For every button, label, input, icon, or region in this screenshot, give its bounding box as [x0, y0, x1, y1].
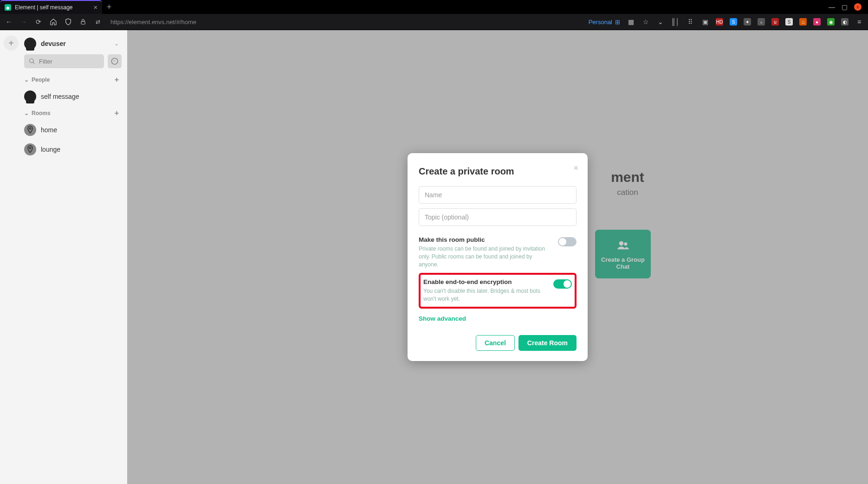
chevron-down-icon: ⌄: [24, 77, 29, 83]
ext-misc1-icon[interactable]: ✦: [744, 18, 751, 26]
pin-icon: [24, 124, 36, 136]
spaces-column: +: [0, 30, 22, 484]
filter-placeholder: Filter: [39, 58, 52, 65]
svg-marker-4: [113, 60, 115, 62]
pocket-icon[interactable]: ⌄: [656, 18, 665, 26]
ext-pink-icon[interactable]: ●: [813, 18, 821, 26]
svg-point-3: [111, 58, 117, 64]
add-room-button[interactable]: +: [115, 109, 122, 117]
browser-toolbar: ← → ⟳ ⇄ https://element.envs.net/#/home …: [0, 14, 868, 30]
svg-line-2: [33, 62, 35, 64]
pin-icon: [24, 143, 36, 155]
modal-overlay[interactable]: × Create a private room Make this room p…: [127, 30, 868, 484]
tab-title: Element | self message: [15, 4, 73, 11]
svg-point-6: [29, 147, 31, 148]
ext-s2-icon[interactable]: S: [785, 18, 793, 26]
cancel-button[interactable]: Cancel: [476, 335, 515, 351]
library-icon[interactable]: ║│: [671, 18, 680, 26]
ext-grey-icon[interactable]: ◐: [841, 18, 849, 26]
room-topic-input[interactable]: [419, 208, 577, 226]
compose-button[interactable]: +: [4, 36, 19, 51]
permissions-icon[interactable]: ⇄: [94, 19, 102, 25]
ext-green-icon[interactable]: ◉: [827, 18, 835, 26]
nav-reload-icon[interactable]: ⟳: [34, 18, 43, 26]
section-rooms-header[interactable]: ⌄ Rooms +: [22, 106, 123, 120]
ext-hd-icon[interactable]: HD: [716, 18, 723, 26]
browser-menu-icon[interactable]: ≡: [855, 18, 863, 26]
show-advanced-link[interactable]: Show advanced: [419, 315, 577, 322]
window-minimize-icon[interactable]: —: [829, 3, 835, 11]
nav-home-icon[interactable]: [49, 18, 58, 26]
ext-misc2-icon[interactable]: ⬨: [758, 18, 765, 26]
svg-point-5: [29, 128, 31, 129]
compass-icon: [111, 58, 118, 65]
profile-label: Personal: [589, 19, 612, 26]
url-bar[interactable]: https://element.envs.net/#/home: [110, 19, 196, 26]
ext-ublock-icon[interactable]: u: [771, 18, 779, 26]
window-maximize-icon[interactable]: ▢: [842, 3, 848, 11]
svg-point-1: [30, 59, 33, 63]
room-item-home[interactable]: home: [22, 120, 123, 140]
profile-icon: ⊞: [615, 19, 620, 26]
section-people-header[interactable]: ⌄ People +: [22, 73, 123, 87]
tab-close-icon[interactable]: ×: [94, 4, 97, 11]
element-favicon-icon: ◆: [5, 4, 11, 11]
modal-close-icon[interactable]: ×: [573, 163, 578, 173]
bookmark-star-icon[interactable]: ☆: [641, 18, 650, 26]
room-item-label: home: [41, 126, 57, 134]
e2ee-highlight-box: Enable end-to-end encryption You can't d…: [419, 273, 577, 309]
create-room-modal: × Create a private room Make this room p…: [408, 153, 588, 361]
section-people-label: People: [32, 77, 50, 83]
chevron-down-icon: ⌄: [114, 40, 122, 47]
window-titlebar: ◆ Element | self message × + — ▢ ×: [0, 0, 868, 14]
modal-title: Create a private room: [419, 166, 577, 177]
chevron-down-icon: ⌄: [24, 110, 29, 116]
person-avatar-icon: [24, 90, 36, 103]
profile-indicator[interactable]: Personal ⊞: [589, 19, 620, 26]
ext-s-icon[interactable]: S: [730, 18, 737, 26]
search-icon: [29, 58, 35, 65]
svg-rect-0: [81, 21, 85, 24]
room-item-label: lounge: [41, 146, 60, 153]
filter-input[interactable]: Filter: [24, 54, 104, 68]
make-public-toggle[interactable]: [558, 237, 577, 246]
make-public-label: Make this room public: [419, 236, 552, 243]
sidebar-toggle-icon[interactable]: ▣: [701, 18, 709, 26]
e2ee-toggle[interactable]: [553, 279, 572, 289]
lock-icon[interactable]: [79, 19, 87, 25]
section-rooms-label: Rooms: [32, 110, 51, 116]
shield-icon[interactable]: [64, 18, 72, 26]
people-item-label: self message: [41, 93, 79, 100]
browser-tab-active[interactable]: ◆ Element | self message ×: [0, 0, 102, 14]
username-label: devuser: [41, 40, 66, 47]
add-person-button[interactable]: +: [115, 76, 122, 84]
make-public-desc: Private rooms can be found and joined by…: [419, 245, 552, 268]
room-name-input[interactable]: [419, 186, 577, 204]
people-item-self-message[interactable]: self message: [22, 87, 123, 106]
new-tab-button[interactable]: +: [102, 0, 116, 14]
room-item-lounge[interactable]: lounge: [22, 140, 123, 159]
explore-button[interactable]: [108, 54, 122, 68]
user-menu[interactable]: devuser ⌄: [22, 35, 123, 54]
ext-grid-icon[interactable]: ▦: [627, 18, 635, 26]
left-sidebar: devuser ⌄ Filter ⌄ People + self messag: [22, 30, 127, 484]
ext-flame-icon[interactable]: ♨: [799, 18, 807, 26]
nav-back-icon[interactable]: ←: [5, 18, 13, 26]
user-avatar-icon: [24, 38, 36, 50]
window-close-icon[interactable]: ×: [854, 3, 862, 11]
main-area: ment cation Create a Group Chat × Create…: [127, 30, 868, 484]
e2ee-desc: You can't disable this later. Bridges & …: [423, 287, 548, 303]
create-room-button[interactable]: Create Room: [518, 335, 577, 351]
setting-make-public: Make this room public Private rooms can …: [419, 231, 577, 268]
e2ee-label: Enable end-to-end encryption: [423, 278, 548, 285]
nav-forward-icon: →: [19, 18, 28, 26]
ext-apps-icon[interactable]: ⠿: [686, 18, 694, 26]
